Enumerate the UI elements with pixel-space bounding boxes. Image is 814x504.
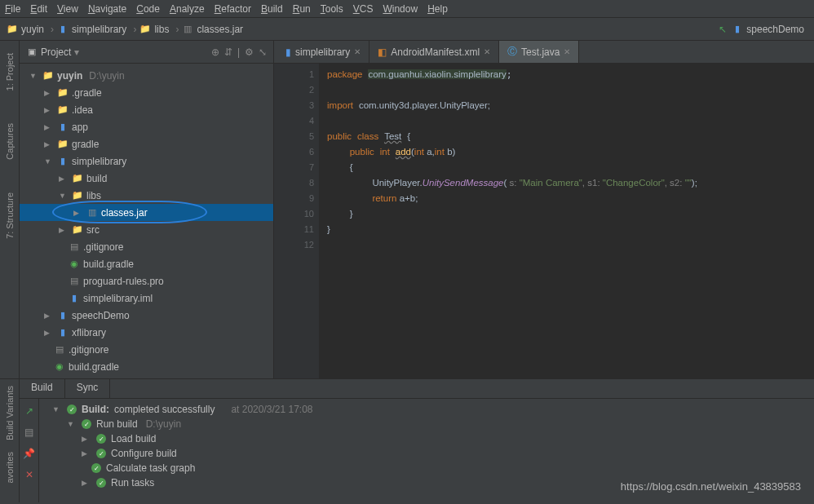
chevron-right-icon[interactable]: ▶ (59, 226, 69, 234)
ok-icon: ✓ (67, 405, 77, 414)
tab-simplelibrary[interactable]: ▮simplelibrary✕ (277, 41, 369, 63)
tree-simplelibrary[interactable]: ▼▮simplelibrary (20, 153, 273, 170)
code-editor[interactable]: package com.guanhui.xiaolin.simplelibrar… (319, 64, 814, 378)
tree-gradle[interactable]: ▶📁gradle (20, 135, 273, 153)
folder-icon: 📁 (72, 224, 83, 236)
close-icon[interactable]: ✕ (564, 47, 570, 56)
menu-run[interactable]: Run (293, 3, 311, 15)
chevron-right-icon[interactable]: ▶ (44, 329, 54, 337)
breadcrumb-jar[interactable]: ▥ classes.jar (182, 24, 243, 35)
run-target-indicator[interactable]: ↖ (719, 24, 727, 35)
chevron-right-icon[interactable]: ▶ (82, 435, 91, 443)
tree-proguard[interactable]: ▤proguard-rules.pro (20, 272, 273, 290)
breadcrumb-right[interactable]: ▮ speechDemo (732, 24, 804, 35)
chevron-right-icon[interactable]: ▶ (82, 479, 91, 487)
chevron-down-icon[interactable]: ▼ (67, 420, 77, 428)
tree-gitignore-root[interactable]: ▤.gitignore (20, 341, 273, 358)
gutter[interactable]: 123456789101112 (274, 64, 319, 378)
build-run[interactable]: ▼ ✓ Run build D:\yuyin (46, 417, 814, 431)
tree-idea-dir[interactable]: ▶📁.idea (20, 101, 273, 118)
build-tab-build[interactable]: Build (20, 379, 65, 398)
tree-build-gradle-root[interactable]: ◉build.gradle (20, 358, 273, 375)
tree-classes-jar[interactable]: ▶▥classes.jar (20, 204, 273, 221)
menu-help[interactable]: Help (427, 3, 448, 15)
ok-icon: ✓ (96, 449, 106, 458)
project-icon: 📁 (42, 70, 54, 82)
menu-navigate[interactable]: Navigate (88, 3, 126, 15)
tree-gradle-dir[interactable]: ▶📁.gradle (20, 84, 273, 101)
chevron-right-icon[interactable]: ▶ (44, 106, 54, 114)
menu-edit[interactable]: Edit (30, 3, 47, 15)
close-icon[interactable]: ✕ (484, 47, 490, 56)
breadcrumb-root[interactable]: 📁 yuyin (7, 24, 44, 35)
tree-gitignore[interactable]: ▤.gitignore (20, 238, 273, 255)
menu-refactor[interactable]: Refactor (215, 3, 251, 15)
tree-speechdemo[interactable]: ▶▮speechDemo (20, 307, 273, 324)
chevron-right-icon[interactable]: ▶ (44, 312, 54, 320)
chevron-right-icon[interactable]: ▶ (73, 209, 83, 217)
menu-build[interactable]: Build (261, 3, 283, 15)
collapse-icon[interactable]: ⇵ (224, 46, 232, 58)
tree-libs[interactable]: ▼📁libs (20, 187, 273, 204)
tab-project[interactable]: 1: Project (5, 53, 15, 91)
xml-icon: ◧ (378, 46, 387, 58)
menu-view[interactable]: View (57, 3, 78, 15)
tree-build[interactable]: ▶📁build (20, 170, 273, 187)
file-icon: ▤ (69, 241, 80, 253)
pin-icon[interactable]: 📌 (23, 448, 35, 459)
filter-icon[interactable]: ↗ (25, 405, 33, 417)
tab-manifest[interactable]: ◧AndroidManifest.xml✕ (369, 41, 499, 63)
close-icon[interactable]: ✕ (354, 47, 361, 56)
tree-app[interactable]: ▶▮app (20, 118, 273, 135)
chevron-down-icon[interactable]: ▼ (52, 405, 62, 413)
tab-captures[interactable]: Captures (5, 123, 15, 160)
chevron-down-icon[interactable]: ▼ (29, 72, 39, 80)
tab-favorites[interactable]: avorites (5, 452, 15, 484)
editor-area: ▮simplelibrary✕ ◧AndroidManifest.xml✕ ⒸT… (274, 41, 814, 378)
folder-icon: 📁 (57, 139, 69, 150)
chevron-right-icon[interactable]: ▶ (59, 175, 69, 183)
breadcrumb-libs[interactable]: 📁 libs (139, 24, 169, 35)
module-icon: ▮ (57, 122, 69, 133)
build-calc[interactable]: ✓Calculate task graph (46, 461, 814, 475)
tree-xflibrary[interactable]: ▶▮xflibrary (20, 324, 273, 341)
menu-code[interactable]: Code (136, 3, 160, 15)
chevron-down-icon[interactable]: ▼ (59, 192, 69, 200)
menu-file[interactable]: File (5, 3, 20, 15)
chevron-down-icon[interactable]: ▼ (44, 157, 54, 166)
chevron-right-icon[interactable]: ▶ (44, 123, 54, 131)
settings-icon[interactable]: ▤ (24, 427, 33, 438)
hide-icon[interactable]: ⤡ (259, 46, 267, 58)
chevron-right-icon[interactable]: ▶ (44, 140, 54, 148)
menu-tools[interactable]: Tools (321, 3, 343, 15)
project-tree[interactable]: ▼ 📁 yuyin D:\yuyin ▶📁.gradle ▶📁.idea ▶▮a… (20, 64, 273, 378)
tree-src[interactable]: ▶📁src (20, 221, 273, 238)
gear-icon[interactable]: ⚙ (245, 46, 254, 58)
build-tab-sync[interactable]: Sync (65, 379, 111, 398)
module-icon: ▮ (57, 156, 69, 167)
build-root[interactable]: ▼ ✓ Build: completed successfully at 202… (46, 402, 814, 417)
chevron-right-icon[interactable]: ▶ (44, 89, 54, 97)
menu-analyze[interactable]: Analyze (170, 3, 205, 15)
project-title[interactable]: Project (41, 46, 71, 58)
target-icon[interactable]: ⊕ (211, 46, 219, 58)
chevron-right-icon[interactable]: ▶ (82, 449, 91, 458)
build-load[interactable]: ▶✓Load build (46, 431, 814, 446)
menu-window[interactable]: Window (383, 3, 418, 15)
tree-iml[interactable]: ▮simplelibrary.iml (20, 290, 273, 307)
gradle-icon: ◉ (69, 259, 80, 270)
build-configure[interactable]: ▶✓Configure build (46, 446, 814, 461)
file-icon: ▤ (54, 344, 65, 356)
tab-build-variants[interactable]: Build Variants (5, 386, 15, 440)
module-icon: ▮ (57, 310, 69, 321)
menu-vcs[interactable]: VCS (353, 3, 374, 15)
folder-icon: 📁 (72, 173, 83, 184)
breadcrumb-module[interactable]: ▮ simplelibrary (57, 24, 126, 35)
tool-window-bar-left: 1: Project Captures 7: Structure (0, 41, 20, 378)
stop-icon[interactable]: ✕ (25, 469, 33, 480)
tree-root[interactable]: ▼ 📁 yuyin D:\yuyin (20, 67, 273, 84)
tab-test-java[interactable]: ⒸTest.java✕ (499, 41, 579, 63)
tab-structure[interactable]: 7: Structure (5, 192, 15, 239)
tree-build-gradle[interactable]: ◉build.gradle (20, 255, 273, 272)
chevron-down-icon[interactable]: ▾ (74, 46, 79, 58)
